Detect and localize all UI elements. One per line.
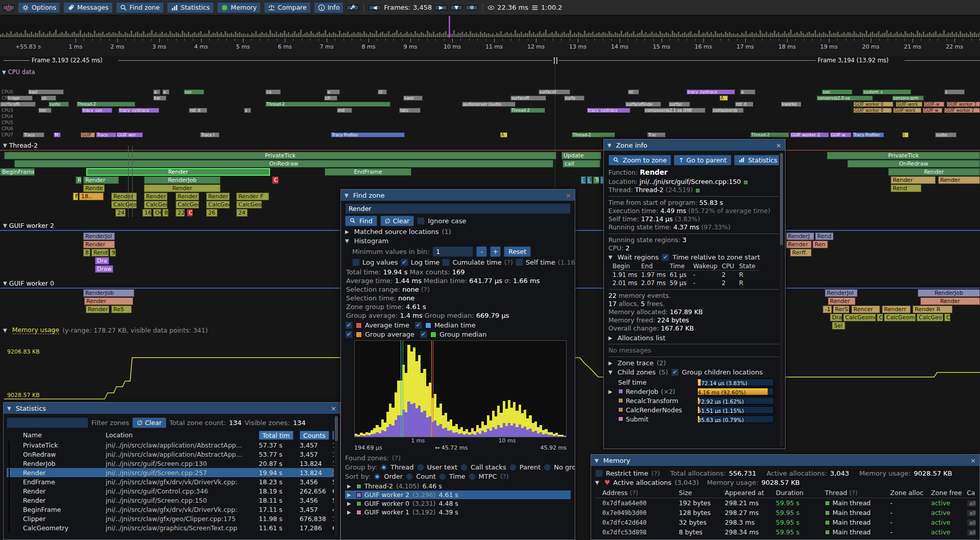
timeline-zone[interactable]: Render <box>206 193 230 200</box>
log-values-checkbox[interactable] <box>352 259 360 266</box>
cpu-zone[interactable]: A <box>720 96 728 101</box>
child-zone-row[interactable]: CalcRenderNodes51.51 µs (1.15%) <box>608 405 781 414</box>
timeline-zone[interactable]: Render <box>86 168 270 176</box>
timeline-zone[interactable]: OC <box>153 209 161 217</box>
clear-filter-button[interactable]: ∅Clear <box>132 417 166 428</box>
timeline-zone[interactable]: RenderJob <box>918 289 980 297</box>
timeline-zone[interactable]: CalcGeo <box>176 201 199 208</box>
timeline-zone[interactable]: C <box>272 176 279 184</box>
timeline-zone[interactable]: Render <box>176 193 199 200</box>
wait-col-header[interactable]: End <box>641 262 670 271</box>
cpu-zone[interactable]: GUIF-work <box>896 102 922 107</box>
timeline-zone[interactable]: RenderJol <box>825 289 857 297</box>
close-icon[interactable]: × <box>566 192 571 199</box>
cpu-zone[interactable]: sli <box>41 96 56 101</box>
legend-checkbox[interactable]: ✔ <box>420 331 427 338</box>
restrict-time-checkbox[interactable] <box>595 469 603 477</box>
matched-locations-header[interactable]: ▶Matched source locations(1) <box>345 228 571 236</box>
timeline-zone[interactable]: Rerff. <box>790 249 812 256</box>
cpu-zone[interactable]: surfacef <box>538 89 570 95</box>
child-zone-row[interactable]: Self time172.14 µs (3.83%) <box>608 378 781 387</box>
options-button[interactable]: Options <box>18 2 60 13</box>
timeline-zone[interactable]: Renderr <box>882 306 911 313</box>
cpu-zone[interactable]: composer@2.1-se (HW <box>644 108 705 113</box>
find-button[interactable]: Find <box>345 216 377 226</box>
timeline-zone[interactable]: 24 <box>236 209 248 217</box>
timeline-zone[interactable]: RenderJob <box>83 289 134 297</box>
statistics-table-row[interactable]: EndFramejni/../jni/src/claw/gfx/drv/vk/D… <box>7 477 337 486</box>
log-time-checkbox[interactable]: ✔ <box>401 259 408 266</box>
cpu-zone[interactable]: et <box>628 89 639 95</box>
cpu-zone[interactable]: cfr <box>324 96 337 101</box>
timeline-zone[interactable]: CalcGeo <box>917 314 943 321</box>
info-button[interactable]: Info <box>314 2 344 13</box>
alloc-callstack-button[interactable]: alloc <box>967 529 975 536</box>
statistics-table-row[interactable]: BeginFramejni/../jni/src/claw/gfx/drv/vk… <box>7 505 337 514</box>
statistics-table-row[interactable]: Renderjni/../jni/src/guif/Screen.cpp:257… <box>7 468 337 477</box>
timeline-zone[interactable]: T <box>587 176 592 184</box>
timeline-zone[interactable]: Render <box>144 184 220 192</box>
relative-time-checkbox[interactable]: ✔ <box>662 253 669 261</box>
radio-mtpc[interactable] <box>469 473 476 480</box>
close-icon[interactable]: × <box>970 457 976 464</box>
cpu-zone[interactable]: Tracy I <box>200 132 219 137</box>
memory-table-row[interactable]: 0x7dfc42d64032 bytes298.3 ms59.95 sMain … <box>595 518 975 527</box>
timeline-zone[interactable]: Rend <box>891 184 921 192</box>
find-zone-search-input[interactable] <box>345 203 571 214</box>
cpu-zone[interactable]: ten <box>38 108 52 113</box>
timeline-zone[interactable]: F <box>73 193 78 200</box>
cpu-zone[interactable]: surfa <box>564 96 584 101</box>
find-zone-histogram[interactable] <box>354 340 567 437</box>
child-zone-row[interactable]: RecalcTransform72.92 µs (1.62%) <box>608 396 781 405</box>
cpu-zone[interactable]: Tracy <box>23 132 44 137</box>
found-zone-group[interactable]: ▶Thread-2(4,105)6.46 s <box>345 482 571 490</box>
prev-frame-button[interactable]: ◀ <box>369 5 381 10</box>
legend-checkbox[interactable]: ✔ <box>345 321 353 329</box>
cpu-zone[interactable]: sensors@2.0-se <box>817 96 873 101</box>
statistics-scrollbar[interactable] <box>334 415 339 538</box>
group-children-checkbox[interactable]: ✔ <box>671 368 679 376</box>
timeline-zone[interactable]: Re5 <box>111 306 132 313</box>
timeline-zone[interactable]: 8 <box>83 249 90 256</box>
cpu-zone[interactable]: system_s <box>863 89 911 95</box>
cpu-zone[interactable]: syste <box>48 102 69 107</box>
legend-item[interactable]: ✔Group median <box>420 331 486 338</box>
memory-table-header[interactable]: Address (?) Size Appeared at Duration Th… <box>595 488 975 498</box>
cpu-zone[interactable]: rot_d <box>735 102 753 107</box>
timeline-zone[interactable]: Dra <box>95 257 109 265</box>
timeline-zone[interactable]: RenderJob <box>144 176 220 184</box>
filter-zones-input[interactable] <box>7 417 88 428</box>
zone-info-scrollbar[interactable] <box>779 152 784 447</box>
scrollbar-thumb[interactable] <box>780 153 783 245</box>
min-bin-decrease-button[interactable]: - <box>476 246 487 257</box>
cpu-zone[interactable]: GUIF-w <box>924 102 944 107</box>
radio-no-grouping[interactable] <box>544 464 551 471</box>
memory-titlebar[interactable]: ▼ Memory × <box>591 455 979 466</box>
timeline-zone[interactable]: 16 <box>142 209 152 217</box>
cumulate-time-checkbox[interactable] <box>442 259 450 266</box>
legend-checkbox[interactable]: ✔ <box>414 321 422 329</box>
cpu-zone[interactable]: kworke <box>781 102 801 107</box>
scrollbar-thumb[interactable] <box>335 416 338 441</box>
cpu-zone[interactable]: kw <box>153 96 166 101</box>
timeline-zone[interactable]: 26 <box>206 209 217 217</box>
col-zone-alloc[interactable]: Zone alloc <box>890 489 929 497</box>
cpu-zone[interactable]: GUIF wor <box>116 132 143 137</box>
statistics-table-row[interactable]: Renderjni/../jni/src/guif/Control.cpp:34… <box>7 486 337 496</box>
timeline-zone[interactable]: Render F <box>236 193 269 200</box>
goto-frame-button[interactable]: ⊕ <box>465 5 478 10</box>
alloc-callstack-button[interactable]: alloc <box>967 519 975 527</box>
timeline-zone[interactable]: Render R <box>913 306 952 313</box>
timeline-zone[interactable]: PrivateTick <box>827 152 980 159</box>
timeline-zone[interactable]: 9 <box>110 249 116 256</box>
cpu-zone[interactable]: lgks <box>399 108 421 113</box>
cpu-zone[interactable]: surfac <box>669 102 690 107</box>
cpu-zone[interactable]: a <box>740 89 755 95</box>
cpu-zone[interactable]: Thread-2 <box>265 102 390 107</box>
thread-section-header[interactable]: ▼GUIF worker 0 <box>3 279 54 287</box>
compare-button[interactable]: Compare <box>264 2 311 13</box>
col-address[interactable]: Address <box>602 489 628 497</box>
timeline-zone[interactable]: S <box>581 176 586 184</box>
statistics-table-header[interactable]: Name Location Total tim Counts MTPC <box>7 430 337 440</box>
memory-button[interactable]: Memory <box>217 2 261 13</box>
